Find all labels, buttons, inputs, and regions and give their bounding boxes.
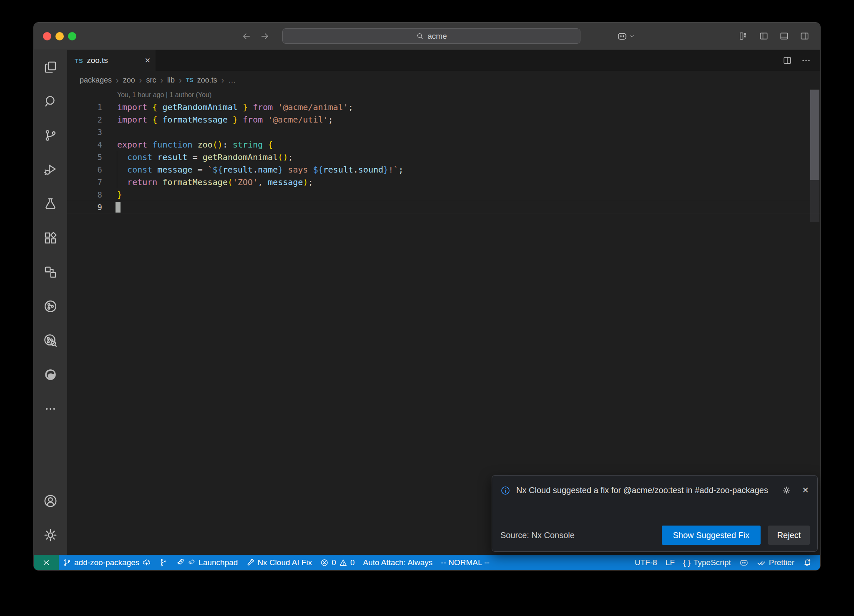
zoom-window-button[interactable] bbox=[68, 32, 76, 40]
code-line[interactable]: 2import { formatMessage } from '@acme/ut… bbox=[67, 113, 820, 126]
tab-zoo-ts[interactable]: TS zoo.ts ✕ bbox=[67, 50, 156, 71]
code-line[interactable]: 7 return formatMessage('ZOO', message); bbox=[67, 176, 820, 188]
breadcrumb-item[interactable]: lib bbox=[167, 76, 175, 85]
warnings-count: 0 bbox=[350, 558, 355, 567]
toggle-primary-sidebar-icon[interactable] bbox=[759, 31, 769, 41]
toggle-secondary-sidebar-icon[interactable] bbox=[800, 31, 809, 41]
prettier-label: Prettier bbox=[769, 558, 794, 567]
toggle-panel-icon[interactable] bbox=[779, 31, 789, 41]
chevron-right-icon: › bbox=[160, 76, 163, 84]
auto-attach-status[interactable]: Auto Attach: Always bbox=[359, 555, 437, 570]
nx-cloud-fix-status[interactable]: Nx Cloud AI Fix bbox=[242, 555, 316, 570]
title-bar: acme bbox=[34, 23, 820, 50]
remote-indicator[interactable] bbox=[34, 555, 59, 570]
code-text: const result = getRandomAnimal(); bbox=[102, 151, 293, 163]
code-text: export function zoo(): string { bbox=[102, 138, 273, 151]
problems-status[interactable]: 0 0 bbox=[316, 555, 359, 570]
editor-scrollbar-track bbox=[810, 180, 819, 222]
code-line[interactable]: 6 const message = `${result.name} says $… bbox=[67, 163, 820, 176]
copilot-icon[interactable] bbox=[617, 31, 628, 42]
breadcrumb-more[interactable]: … bbox=[228, 76, 236, 85]
code-line[interactable]: 1import { getRandomAnimal } from '@acme/… bbox=[67, 101, 820, 113]
gitlens-blame-annotation: You, 1 hour ago | 1 author (You) bbox=[67, 89, 820, 101]
copilot-status[interactable] bbox=[735, 555, 753, 570]
nav-back-icon[interactable] bbox=[241, 31, 251, 41]
breadcrumb-item[interactable]: zoo bbox=[123, 76, 135, 85]
split-editor-icon[interactable] bbox=[783, 56, 792, 65]
vim-mode-status[interactable]: -- NORMAL -- bbox=[437, 555, 493, 570]
reject-button[interactable]: Reject bbox=[768, 526, 810, 545]
launchpad-status[interactable]: Launchpad bbox=[172, 555, 242, 570]
info-icon bbox=[500, 482, 510, 496]
edge-browser-icon[interactable] bbox=[34, 358, 67, 392]
nx-cloud-fix-label: Nx Cloud AI Fix bbox=[257, 558, 312, 567]
breadcrumb-file[interactable]: zoo.ts bbox=[197, 76, 217, 85]
language-status[interactable]: { } TypeScript bbox=[679, 555, 735, 570]
code-text: } bbox=[102, 188, 122, 201]
line-number: 6 bbox=[67, 163, 102, 176]
editor-more-actions-icon[interactable] bbox=[801, 55, 811, 65]
code-line[interactable]: 3 bbox=[67, 126, 820, 138]
code-text bbox=[102, 201, 117, 213]
nx-cloud-icon[interactable] bbox=[34, 323, 67, 358]
account-icon[interactable] bbox=[34, 484, 67, 518]
tab-label: zoo.ts bbox=[87, 56, 108, 65]
branch-name: add-zoo-packages bbox=[74, 558, 139, 567]
more-views-icon[interactable] bbox=[34, 392, 67, 426]
notification-settings-gear-icon[interactable] bbox=[782, 486, 791, 495]
vim-block-cursor bbox=[116, 202, 121, 213]
bell-icon bbox=[803, 558, 812, 567]
status-bar: add-zoo-packages Launchpad Nx Cloud AI F… bbox=[34, 555, 820, 570]
errors-count: 0 bbox=[332, 558, 336, 567]
search-sidebar-icon[interactable] bbox=[34, 84, 67, 118]
indent-guide bbox=[117, 151, 117, 188]
line-number: 4 bbox=[67, 138, 102, 151]
extensions-icon[interactable] bbox=[34, 221, 67, 255]
breadcrumb-item[interactable]: src bbox=[146, 76, 156, 85]
search-value: acme bbox=[427, 32, 447, 41]
search-icon bbox=[416, 32, 424, 40]
code-text: import { getRandomAnimal } from '@acme/a… bbox=[102, 101, 353, 113]
line-number: 2 bbox=[67, 113, 102, 126]
testing-icon[interactable] bbox=[34, 187, 67, 221]
warnings-icon bbox=[339, 558, 347, 567]
customize-layout-icon[interactable] bbox=[738, 31, 748, 41]
errors-icon bbox=[320, 558, 329, 567]
close-window-button[interactable] bbox=[43, 32, 51, 40]
breadcrumb-item[interactable]: packages bbox=[80, 76, 112, 85]
language-label: TypeScript bbox=[693, 558, 731, 567]
notifications-status[interactable] bbox=[799, 555, 816, 570]
code-line[interactable]: 8} bbox=[67, 188, 820, 201]
chevron-down-icon[interactable] bbox=[629, 33, 635, 39]
code-line[interactable]: 5 const result = getRandomAnimal(); bbox=[67, 151, 820, 163]
encoding-label: UTF-8 bbox=[635, 558, 657, 567]
tab-close-icon[interactable]: ✕ bbox=[145, 56, 151, 65]
chevron-right-icon: › bbox=[178, 76, 182, 84]
eol-status[interactable]: LF bbox=[661, 555, 679, 570]
typescript-file-icon: TS bbox=[75, 57, 83, 64]
prettier-status[interactable]: Prettier bbox=[753, 555, 799, 570]
settings-gear-icon[interactable] bbox=[34, 518, 67, 552]
git-graph-icon bbox=[159, 558, 168, 567]
braces-icon: { } bbox=[683, 558, 691, 567]
notification-close-icon[interactable]: ✕ bbox=[802, 485, 809, 495]
source-control-icon[interactable] bbox=[34, 118, 67, 153]
encoding-status[interactable]: UTF-8 bbox=[630, 555, 661, 570]
remote-explorer-icon[interactable] bbox=[34, 255, 67, 289]
git-branch-status[interactable]: add-zoo-packages bbox=[59, 555, 155, 570]
show-suggested-fix-button[interactable]: Show Suggested Fix bbox=[662, 526, 761, 545]
git-graph-status[interactable] bbox=[155, 555, 172, 570]
run-debug-icon[interactable] bbox=[34, 153, 67, 187]
command-center-search[interactable]: acme bbox=[282, 28, 580, 44]
code-text bbox=[102, 126, 117, 138]
notification-message: Nx Cloud suggested a fix for @acme/zoo:t… bbox=[516, 482, 771, 498]
editor-scrollbar[interactable] bbox=[810, 90, 819, 180]
minimize-window-button[interactable] bbox=[55, 32, 64, 40]
nx-console-icon[interactable] bbox=[34, 289, 67, 323]
remote-icon bbox=[42, 558, 51, 567]
line-number: 7 bbox=[67, 176, 102, 188]
code-line[interactable]: 9 bbox=[67, 201, 820, 213]
nav-forward-icon[interactable] bbox=[260, 31, 270, 41]
explorer-icon[interactable] bbox=[34, 50, 67, 84]
code-line[interactable]: 4export function zoo(): string { bbox=[67, 138, 820, 151]
